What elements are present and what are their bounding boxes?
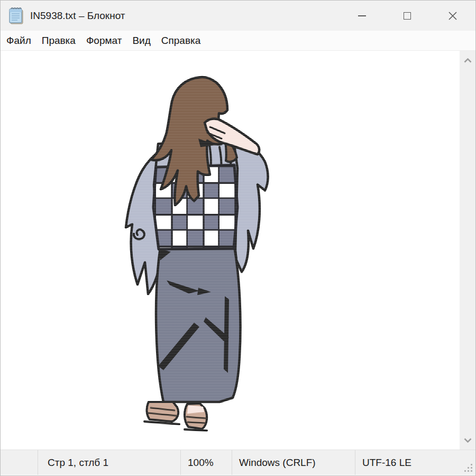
status-encoding: UTF-16 LE (355, 450, 475, 475)
scroll-down-button[interactable] (460, 432, 475, 448)
vertical-scrollbar[interactable] (460, 51, 475, 450)
close-icon (448, 11, 457, 21)
menu-bar: Файл Правка Формат Вид Справка (1, 31, 475, 51)
menu-view[interactable]: Вид (127, 33, 155, 49)
status-zoom-level: 100% (180, 450, 232, 475)
resize-grip-icon[interactable] (464, 464, 473, 472)
status-bar: Стр 1, стлб 1 100% Windows (CRLF) UTF-16… (1, 450, 475, 475)
left-foot (147, 402, 178, 422)
menu-format[interactable]: Формат (81, 33, 127, 49)
menu-help[interactable]: Справка (156, 33, 206, 49)
minimize-icon (358, 15, 366, 16)
status-line-ending: Windows (CRLF) (232, 450, 355, 475)
maximize-icon (404, 12, 411, 20)
title-bar[interactable]: IN5938.txt – Блокнот (1, 1, 475, 31)
chevron-up-icon (464, 58, 472, 63)
menu-edit[interactable]: Правка (36, 33, 81, 49)
text-area[interactable] (1, 51, 475, 450)
menu-file[interactable]: Файл (1, 33, 36, 49)
close-button[interactable] (430, 1, 475, 31)
maximize-button[interactable] (385, 1, 430, 31)
scroll-up-button[interactable] (460, 52, 475, 69)
notepad-icon (7, 6, 25, 25)
caption-controls (339, 1, 475, 31)
notepad-window: IN5938.txt – Блокнот Файл Правка Формат … (0, 0, 476, 476)
status-cursor-position: Стр 1, стлб 1 (38, 450, 180, 475)
chevron-down-icon (464, 438, 472, 443)
status-cell-empty (1, 450, 38, 475)
artwork-figure (121, 74, 276, 434)
window-title: IN5938.txt – Блокнот (30, 10, 125, 22)
minimize-button[interactable] (339, 1, 385, 31)
